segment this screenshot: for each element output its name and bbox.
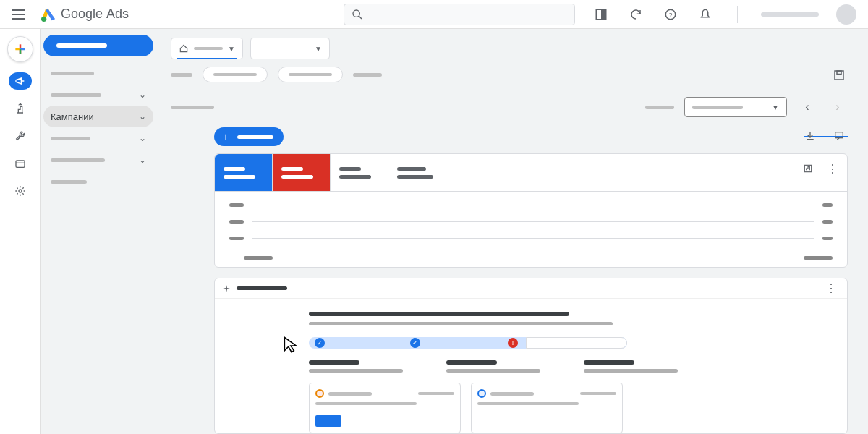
rail-tools-icon[interactable]: [9, 127, 32, 145]
help-icon[interactable]: ?: [662, 6, 679, 23]
sidenav: ⌄ Кампании⌄ ⌄ ⌄: [41, 29, 156, 192]
topbar-actions: ?: [592, 4, 856, 25]
cursor-indicator-icon: [281, 335, 300, 354]
left-rail: [0, 29, 41, 434]
metric-tab-2[interactable]: [273, 154, 331, 192]
view-tabs: [171, 67, 848, 82]
svg-point-0: [41, 16, 46, 21]
chevron-down-icon: ⌄: [139, 155, 146, 165]
summary-scorecard: ⋮: [214, 153, 848, 268]
sidenav-item-2[interactable]: ⌄: [41, 84, 156, 106]
svg-point-1: [353, 10, 359, 17]
brand-text: Google Ads: [61, 7, 129, 22]
svg-rect-15: [837, 71, 841, 75]
main: ▼ ▼ ▼ ‹ › +: [156, 29, 868, 434]
sidenav-campaigns[interactable]: Кампании⌄: [43, 106, 153, 127]
topbar: Google Ads ?: [0, 0, 868, 29]
more-icon[interactable]: ⋮: [824, 160, 841, 177]
date-next-button[interactable]: ›: [827, 97, 848, 117]
refresh-icon[interactable]: [627, 6, 644, 23]
rail-billing-icon[interactable]: [9, 155, 32, 172]
svg-text:?: ?: [668, 11, 672, 18]
download-icon[interactable]: [801, 127, 819, 145]
feedback-icon[interactable]: [830, 127, 848, 145]
recommendation-action-button[interactable]: [315, 415, 341, 427]
sidenav-item-5[interactable]: ⌄: [41, 149, 156, 171]
scope-selectors: ▼ ▼: [171, 38, 848, 59]
metric-tab-1[interactable]: [215, 154, 273, 192]
recommendation-card-1[interactable]: [309, 383, 461, 433]
progress-step-2-check-icon: ✓: [410, 338, 420, 348]
svg-point-13: [19, 190, 22, 192]
progress-step-3-warn-icon: !: [508, 338, 518, 348]
filter-chip-1[interactable]: [203, 67, 268, 82]
chart-area: [215, 192, 847, 256]
progress-step-1-check-icon: ✓: [315, 338, 325, 348]
create-button[interactable]: [7, 36, 33, 62]
setup-progress: ✓ ✓ !: [309, 337, 627, 349]
divider: [737, 6, 738, 23]
expand-chart-icon[interactable]: [799, 160, 817, 177]
rail-goals-icon[interactable]: [9, 100, 32, 117]
new-campaign-button[interactable]: +: [214, 127, 284, 146]
sidenav-campaigns-label: Кампании: [51, 111, 94, 122]
save-view-icon[interactable]: [830, 67, 848, 84]
account-scope-selector[interactable]: ▼: [171, 38, 243, 59]
sidenav-item-6[interactable]: [41, 171, 156, 192]
logo[interactable]: Google Ads: [41, 7, 129, 22]
chevron-down-icon: ⌄: [139, 90, 146, 100]
avatar[interactable]: [836, 4, 856, 25]
sidenav-overview[interactable]: [43, 35, 153, 56]
metric-tab-4[interactable]: [388, 154, 446, 192]
svg-rect-14: [835, 71, 843, 80]
svg-rect-11: [16, 161, 25, 167]
hamburger-menu-icon[interactable]: [12, 6, 29, 23]
campaign-scope-selector[interactable]: ▼: [250, 38, 330, 59]
svg-rect-16: [835, 132, 843, 138]
page-sub-header: ▼ ‹ ›: [171, 97, 848, 117]
appearance-icon[interactable]: [592, 6, 610, 23]
svg-line-2: [359, 16, 362, 19]
home-icon: [179, 43, 189, 54]
setup-guide-card: ⋮ ✓ ✓ !: [214, 278, 848, 434]
filter-chip-2[interactable]: [278, 67, 343, 82]
chevron-down-icon: ⌄: [139, 133, 146, 143]
card-more-icon[interactable]: ⋮: [822, 280, 840, 297]
sidenav-item-4[interactable]: ⌄: [41, 127, 156, 149]
notifications-icon[interactable]: [697, 6, 714, 23]
chevron-down-icon: ⌄: [139, 111, 146, 122]
svg-rect-4: [601, 9, 606, 20]
date-range-selector[interactable]: ▼: [684, 97, 787, 117]
rail-campaigns-icon[interactable]: [9, 72, 32, 90]
google-ads-logo-icon: [41, 7, 56, 22]
search-icon: [352, 9, 363, 20]
rail-admin-icon[interactable]: [9, 182, 32, 200]
sidenav-item-1[interactable]: [41, 62, 156, 84]
metric-tab-3[interactable]: [331, 154, 388, 192]
sparkle-icon: [222, 284, 231, 293]
account-selector[interactable]: [761, 12, 819, 17]
recommendation-card-2[interactable]: [471, 383, 623, 433]
search-input[interactable]: [344, 4, 575, 25]
date-prev-button[interactable]: ‹: [797, 97, 817, 117]
